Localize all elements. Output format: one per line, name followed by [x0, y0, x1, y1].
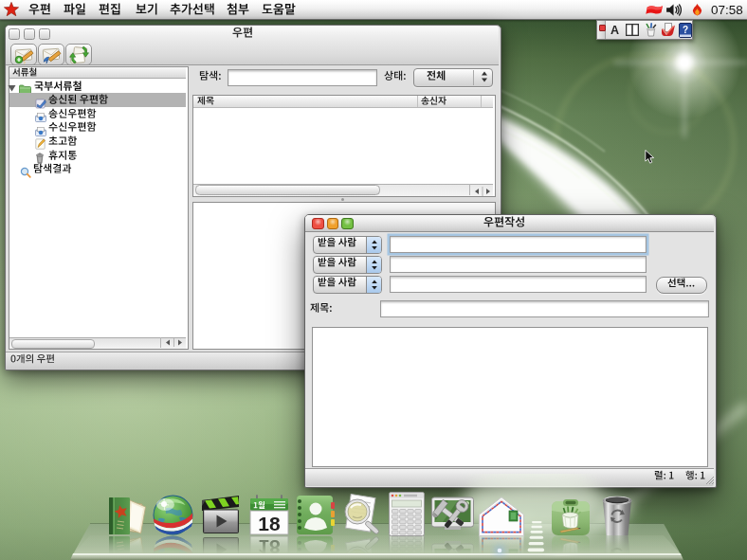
svg-text:?: ?: [682, 25, 687, 35]
